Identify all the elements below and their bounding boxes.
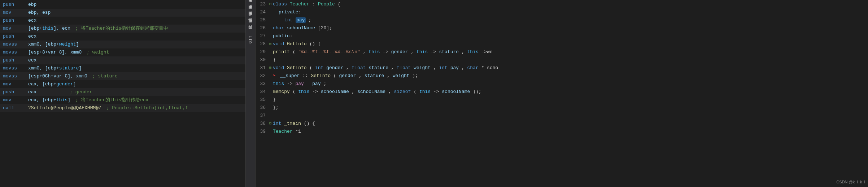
assembly-panel: push ebp mov ebp, esp push ecx mov [ebp+… (0, 0, 245, 187)
lines-panel: 23 ⊟ class Teacher : People { 24 (256, 0, 868, 187)
code-line-25: 25 int pay ; (256, 16, 868, 24)
asm-operand: xmm0, [ebp+weight] (28, 41, 79, 48)
asm-operand: eax, [ebp+gender] (28, 80, 76, 88)
asm-line-5: push ecx (0, 33, 245, 41)
code-line-23: 23 ⊟ class Teacher : People { (256, 0, 868, 8)
asm-comment: ; 将Teacher的this指针保存到局部变量中 (73, 25, 168, 33)
asm-comment: ; stature (90, 72, 118, 80)
asm-line-7: movss [esp+8+var_8], xmm0 ; weight (0, 48, 245, 56)
asm-line-3: push ecx (0, 17, 245, 25)
asm-mnemonic: push (3, 33, 28, 41)
asm-mnemonic: movss (3, 41, 28, 48)
asm-line-1: push ebp (0, 1, 245, 9)
code-line-37: 37 (256, 111, 868, 119)
asm-mnemonic: mov (3, 80, 28, 88)
asm-comment: ; People::SetInfo(int,float,f (104, 104, 188, 112)
asm-mnemonic: movss (3, 72, 28, 80)
code-line-38: 38 ⊟ int _tmain () { (256, 119, 868, 127)
asm-line-10: movss [esp+0Ch+var_C], xmm0 ; stature (0, 72, 245, 80)
asm-operand: [ebp+this], ecx (28, 25, 70, 33)
asm-operand: ecx (28, 56, 36, 64)
asm-mnemonic: call (3, 104, 28, 112)
asm-operand: ebp (28, 1, 36, 9)
asm-operand: ?SetInfo@People@@QAEXHMM@Z (28, 104, 101, 112)
asm-line-9: movss xmm0, [ebp+stature] (0, 64, 245, 72)
asm-mnemonic: mov (3, 96, 28, 104)
watermark: CSDN @k_i_k_i (836, 180, 865, 184)
tab-git-diff[interactable]: GIT 差异 (247, 29, 255, 46)
asm-operand: xmm0, [ebp+stature] (28, 64, 82, 72)
asm-mnemonic: mov (3, 9, 28, 17)
asm-operand: [esp+0Ch+var_C], xmm0 (28, 72, 87, 80)
main-container: push ebp mov ebp, esp push ecx mov [ebp+… (0, 0, 868, 187)
tab-flowchart[interactable]: 流程图 (247, 22, 255, 29)
sidebar-tabs: 类型图 调用图 反调图 流程图 GIT 差异 (245, 0, 256, 187)
asm-mnemonic: push (3, 88, 28, 96)
code-editor: 23 ⊟ class Teacher : People { 24 (256, 0, 868, 187)
asm-mnemonic: movss (3, 64, 28, 72)
code-line-29: 29 printf ( "%d--%f--%f--%d--%s\n" , thi… (256, 48, 868, 56)
asm-mnemonic: mov (3, 25, 28, 33)
asm-operand: ecx (28, 17, 36, 25)
asm-mnemonic: push (3, 56, 28, 64)
asm-mnemonic: push (3, 1, 28, 9)
asm-line-12: push eax ; gender (0, 88, 245, 96)
code-line-32: 32 ➤ __super :: SetInfo ( gender , statu… (256, 72, 868, 80)
code-line-34: 34 memcpy ( this -> schoolName , schoolN… (256, 88, 868, 95)
asm-operand: eax (28, 88, 36, 96)
tab-anti-call[interactable]: 反调图 (247, 15, 255, 22)
asm-operand: ecx, [ebp+this] (28, 96, 70, 104)
asm-mnemonic: movss (3, 48, 28, 56)
asm-line-6: movss xmm0, [ebp+weight] (0, 41, 245, 48)
asm-line-14: call ?SetInfo@People@@QAEXHMM@Z ; People… (0, 104, 245, 112)
asm-comment: ; gender (39, 88, 92, 96)
asm-operand: ecx (28, 33, 36, 41)
tab-type-diagram[interactable]: 类型图 (247, 1, 255, 8)
code-line-31: 31 ⊟ void SetInfo ( int gender , float s… (256, 64, 868, 72)
code-line-26: 26 char schoolName [20]; (256, 24, 868, 32)
code-line-33: 33 this -> pay = pay ; (256, 80, 868, 88)
code-line-27: 27 public: (256, 32, 868, 40)
asm-comment: ; weight (84, 48, 109, 56)
code-line-24: 24 private: (256, 8, 868, 16)
asm-line-4: mov [ebp+this], ecx ; 将Teacher的this指针保存到… (0, 25, 245, 33)
code-line-36: 36 }; (256, 103, 868, 111)
asm-line-8: push ecx (0, 56, 245, 64)
asm-comment: ; 将Teacher的this指针传给ecx (73, 96, 149, 104)
asm-line-11: mov eax, [ebp+gender] (0, 80, 245, 88)
code-line-39: 39 Teacher *1 (256, 127, 868, 135)
asm-line-13: mov ecx, [ebp+this] ; 将Teacher的this指针传给e… (0, 96, 245, 104)
asm-mnemonic: push (3, 17, 28, 25)
code-line-35: 35 } (256, 95, 868, 103)
asm-line-2: mov ebp, esp (0, 9, 245, 17)
source-code-panel: 23 ⊟ class Teacher : People { 24 (256, 0, 868, 187)
asm-operand: ebp, esp (28, 9, 51, 17)
tab-call-graph[interactable]: 调用图 (247, 8, 255, 15)
asm-operand: [esp+8+var_8], xmm0 (28, 48, 82, 56)
code-line-30: 30 } (256, 56, 868, 64)
code-line-28: 28 ⊟ void GetInfo () { (256, 40, 868, 48)
